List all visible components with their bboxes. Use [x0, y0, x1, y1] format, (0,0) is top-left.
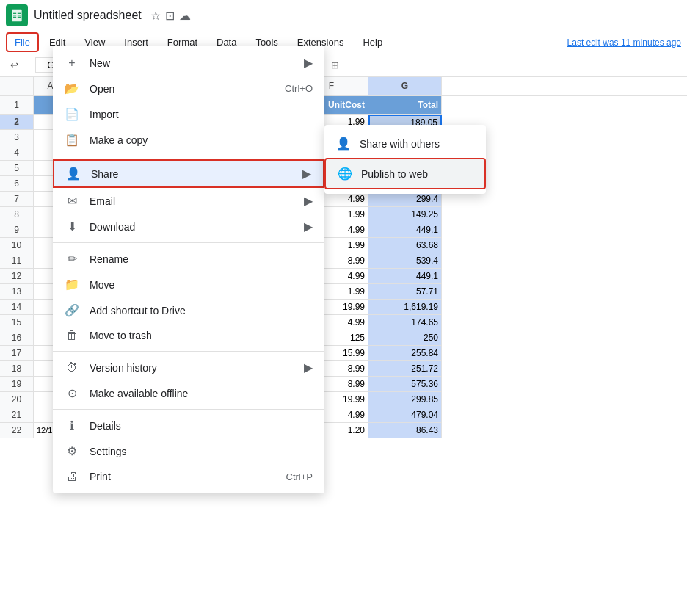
- file-menu-print-label: Print: [90, 471, 276, 482]
- row-header-16[interactable]: 16: [0, 330, 34, 346]
- publish-to-web[interactable]: 🌐 Publish to web: [324, 158, 486, 189]
- share-icon: 👤: [66, 167, 81, 181]
- borders-button[interactable]: ⊞: [327, 57, 344, 73]
- offline-icon: ⊙: [65, 386, 79, 400]
- separator-4: [53, 409, 324, 410]
- file-menu-version[interactable]: ⏱ Version history ▶: [53, 355, 324, 380]
- file-menu-open-label: Open: [90, 83, 275, 95]
- file-menu-share-label: Share: [91, 168, 292, 180]
- file-menu-settings-label: Settings: [90, 446, 313, 457]
- file-menu-email[interactable]: ✉ Email ▶: [53, 188, 324, 214]
- print-shortcut: Ctrl+P: [286, 471, 313, 482]
- document-title[interactable]: Untitled spreadsheet: [34, 9, 142, 22]
- row-header-12[interactable]: 12: [0, 269, 34, 284]
- cloud-icon[interactable]: ☁: [179, 9, 191, 23]
- file-menu-copy[interactable]: 📋 Make a copy: [53, 127, 324, 153]
- row-header-15[interactable]: 15: [0, 315, 34, 330]
- version-icon: ⏱: [65, 361, 79, 374]
- email-icon: ✉: [65, 194, 79, 208]
- row-headers: 1 2 3 4 5 6 7 8 9 10 11 12 13 14 15 16 1…: [0, 96, 34, 438]
- file-menu-details-label: Details: [90, 420, 313, 432]
- row-header-14[interactable]: 14: [0, 300, 34, 315]
- star-icon[interactable]: ☆: [150, 9, 161, 23]
- file-menu-download[interactable]: ⬇ Download ▶: [53, 214, 324, 239]
- download-icon: ⬇: [65, 220, 79, 233]
- menu-file[interactable]: File: [6, 32, 39, 52]
- file-menu-print[interactable]: 🖨 Print Ctrl+P: [53, 464, 324, 489]
- file-menu-import[interactable]: 📄 Import: [53, 101, 324, 127]
- settings-icon: ⚙: [65, 444, 79, 458]
- row-header-10[interactable]: 10: [0, 238, 34, 253]
- file-menu-open[interactable]: 📂 Open Ctrl+O: [53, 76, 324, 101]
- row-header-18[interactable]: 18: [0, 361, 34, 377]
- row-header-4[interactable]: 4: [0, 145, 34, 161]
- file-menu-new[interactable]: + New ▶: [53, 50, 324, 76]
- file-menu-trash[interactable]: 🗑 Move to trash: [53, 323, 324, 348]
- row-header-3[interactable]: 3: [0, 130, 34, 145]
- file-menu-trash-label: Move to trash: [90, 330, 313, 341]
- new-icon: +: [65, 57, 79, 70]
- file-menu-share[interactable]: 👤 Share ▶: [53, 159, 324, 188]
- row-header-22[interactable]: 22: [0, 423, 34, 438]
- file-menu-move-label: Move: [90, 279, 313, 291]
- undo-button[interactable]: ↩: [6, 57, 23, 73]
- toolbar-divider-1: [29, 58, 29, 73]
- title-icons: ☆ ⊡ ☁: [150, 9, 191, 23]
- row-header-11[interactable]: 11: [0, 253, 34, 269]
- share-others-label: Share with others: [360, 138, 440, 150]
- new-arrow-icon: ▶: [304, 56, 313, 70]
- row-header-20[interactable]: 20: [0, 392, 34, 407]
- file-menu-dropdown: + New ▶ 📂 Open Ctrl+O 📄 Import 📋 Make a …: [53, 46, 324, 493]
- row-header-1[interactable]: 1: [0, 96, 34, 115]
- rename-icon: ✏: [65, 252, 79, 266]
- email-arrow-icon: ▶: [304, 194, 313, 208]
- separator-3: [53, 351, 324, 352]
- file-menu-move[interactable]: 📁 Move: [53, 272, 324, 297]
- svg-rect-5: [13, 17, 16, 18]
- file-menu-rename[interactable]: ✏ Rename: [53, 246, 324, 272]
- file-menu-shortcut[interactable]: 🔗 Add shortcut to Drive: [53, 297, 324, 323]
- download-arrow-icon: ▶: [304, 220, 313, 233]
- col-header-g[interactable]: G: [368, 77, 442, 95]
- row-header-13[interactable]: 13: [0, 284, 34, 300]
- file-menu-details[interactable]: ℹ Details: [53, 413, 324, 438]
- sheets-app-icon[interactable]: [6, 4, 28, 26]
- file-menu-offline-label: Make available offline: [90, 388, 313, 399]
- trash-icon: 🗑: [65, 329, 79, 342]
- row-header-8[interactable]: 8: [0, 207, 34, 222]
- svg-rect-4: [18, 15, 21, 15]
- folder-icon[interactable]: ⊡: [165, 9, 175, 23]
- file-menu-rename-label: Rename: [90, 253, 313, 265]
- row-header-2[interactable]: 2: [0, 115, 34, 130]
- share-arrow-icon: ▶: [302, 167, 311, 181]
- last-edit-label[interactable]: Last edit was 11 minutes ago: [567, 37, 681, 48]
- file-menu-email-label: Email: [90, 195, 294, 207]
- row-header-21[interactable]: 21: [0, 407, 34, 423]
- top-bar: Untitled spreadsheet ☆ ⊡ ☁: [0, 0, 687, 31]
- details-icon: ℹ: [65, 418, 79, 432]
- row-header-6[interactable]: 6: [0, 176, 34, 192]
- row-header-17[interactable]: 17: [0, 346, 34, 361]
- row-header-7[interactable]: 7: [0, 192, 34, 207]
- file-menu-version-label: Version history: [90, 362, 294, 374]
- svg-rect-1: [13, 13, 16, 14]
- file-menu-download-label: Download: [90, 221, 294, 233]
- open-shortcut: Ctrl+O: [285, 83, 313, 94]
- menu-help[interactable]: Help: [354, 32, 391, 52]
- file-menu-copy-label: Make a copy: [90, 134, 313, 146]
- copy-icon: 📋: [65, 133, 79, 147]
- corner-cell: [0, 77, 34, 95]
- print-icon: 🖨: [65, 470, 79, 483]
- publish-icon: 🌐: [338, 167, 352, 181]
- row-header-5[interactable]: 5: [0, 161, 34, 176]
- share-others-icon: 👤: [336, 137, 351, 151]
- cell-g1[interactable]: Total: [368, 96, 442, 115]
- file-menu-offline[interactable]: ⊙ Make available offline: [53, 380, 324, 406]
- svg-rect-3: [13, 15, 16, 15]
- svg-rect-6: [18, 17, 21, 18]
- file-menu-new-label: New: [90, 57, 294, 69]
- row-header-19[interactable]: 19: [0, 377, 34, 392]
- row-header-9[interactable]: 9: [0, 222, 34, 238]
- file-menu-settings[interactable]: ⚙ Settings: [53, 438, 324, 464]
- share-with-others[interactable]: 👤 Share with others: [324, 129, 486, 158]
